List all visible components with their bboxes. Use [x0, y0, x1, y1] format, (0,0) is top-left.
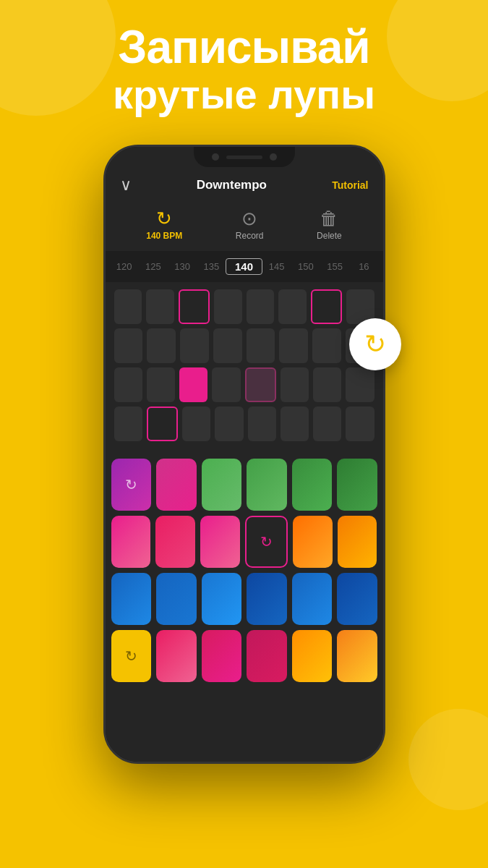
- pads-row-2: ↻: [111, 516, 377, 568]
- pad[interactable]: ↻: [111, 459, 152, 511]
- grid-cell[interactable]: [182, 407, 210, 441]
- grid-cell[interactable]: [346, 367, 374, 402]
- grid-cell-active[interactable]: [147, 407, 178, 441]
- bg-decoration-br: [408, 709, 488, 810]
- grid-cell[interactable]: [215, 407, 243, 441]
- chevron-down-icon[interactable]: ∨: [120, 176, 132, 195]
- grid-cell[interactable]: [279, 328, 308, 363]
- header-line1: Записывай: [0, 22, 488, 72]
- grid-cell[interactable]: [147, 328, 176, 363]
- grid-cell-filled[interactable]: [179, 367, 207, 402]
- bpm-tick-active: 140: [226, 258, 262, 275]
- loop-icon: ↻: [125, 647, 137, 665]
- delete-icon: 🗑: [320, 209, 338, 228]
- pad[interactable]: [292, 573, 333, 625]
- grid-row-4: [114, 407, 374, 441]
- pad[interactable]: [202, 630, 242, 682]
- grid-cell[interactable]: [281, 407, 309, 441]
- grid-cell[interactable]: [114, 407, 142, 441]
- app-header: ∨ Downtempo Tutorial: [106, 170, 383, 203]
- pad[interactable]: [293, 516, 333, 568]
- pad[interactable]: [200, 516, 240, 568]
- loop-badge[interactable]: ↻: [349, 318, 401, 370]
- bpm-tick: 120: [110, 261, 139, 272]
- grid-cell[interactable]: [114, 328, 143, 363]
- header-section: Записывай крутые лупы: [0, 22, 488, 117]
- controls-row: ↻ 140 BPM ⊙ Record 🗑 Delete: [106, 203, 383, 251]
- loop-icon: ↻: [260, 533, 273, 550]
- grid-cell-dark[interactable]: [245, 367, 276, 402]
- bpm-tick: 130: [168, 261, 197, 272]
- grid-cell-active[interactable]: [179, 289, 210, 324]
- grid-row-3: [114, 367, 374, 402]
- header-line2: крутые лупы: [0, 72, 488, 117]
- pad[interactable]: [247, 459, 287, 511]
- pad[interactable]: [202, 573, 242, 625]
- grid-cell[interactable]: [278, 289, 307, 324]
- pad[interactable]: [247, 630, 287, 682]
- grid-cell[interactable]: [114, 367, 142, 402]
- grid-cell[interactable]: [146, 289, 174, 324]
- record-label: Record: [236, 231, 264, 241]
- grid-cell[interactable]: [346, 407, 374, 441]
- bpm-icon: ↻: [156, 209, 172, 228]
- grid-cell[interactable]: [313, 407, 341, 441]
- delete-control[interactable]: 🗑 Delete: [317, 209, 342, 241]
- bpm-tick: 145: [262, 261, 291, 272]
- delete-label: Delete: [317, 231, 342, 241]
- bpm-label: 140 BPM: [146, 231, 182, 241]
- bpm-tick: 135: [197, 261, 226, 272]
- grid-cell[interactable]: [313, 367, 341, 402]
- bpm-control[interactable]: ↻ 140 BPM: [146, 209, 182, 241]
- pads-row-4: ↻: [111, 630, 377, 682]
- loop-badge-icon: ↻: [364, 329, 386, 359]
- grid-cell[interactable]: [281, 367, 309, 402]
- pads-row-3: [111, 573, 377, 625]
- pad[interactable]: [156, 630, 197, 682]
- notch-camera2: [270, 153, 277, 161]
- pad[interactable]: [247, 573, 287, 625]
- grid-cell[interactable]: [248, 407, 276, 441]
- bpm-tick: 16: [349, 261, 378, 272]
- record-icon: ⊙: [241, 209, 257, 228]
- grid-cell-active[interactable]: [311, 289, 342, 324]
- pad[interactable]: [338, 516, 377, 568]
- bpm-tick: 150: [291, 261, 320, 272]
- pad-loop-active[interactable]: ↻: [245, 516, 288, 568]
- grid-cell[interactable]: [213, 328, 242, 363]
- pad[interactable]: [111, 516, 151, 568]
- pad[interactable]: [337, 573, 377, 625]
- loop-icon: ↻: [125, 476, 137, 493]
- grid-cell[interactable]: [180, 328, 209, 363]
- phone-notch: [194, 147, 295, 167]
- grid-cell[interactable]: [247, 289, 275, 324]
- notch-speaker: [226, 156, 262, 159]
- bpm-tick: 125: [139, 261, 168, 272]
- bpm-slider[interactable]: 120 125 130 135 140 145 150 155 16: [106, 251, 383, 282]
- pad[interactable]: [292, 459, 333, 511]
- pad[interactable]: [202, 459, 242, 511]
- grid-row-2: [114, 328, 374, 363]
- record-control[interactable]: ⊙ Record: [236, 209, 264, 241]
- grid-cell[interactable]: [212, 367, 240, 402]
- pads-row-1: ↻: [111, 459, 377, 511]
- grid-cell[interactable]: [214, 289, 242, 324]
- sequencer-grid: [106, 282, 383, 453]
- grid-cell[interactable]: [247, 328, 275, 363]
- app-title: Downtempo: [197, 178, 267, 192]
- pad[interactable]: [337, 459, 377, 511]
- tutorial-button[interactable]: Tutorial: [332, 179, 368, 191]
- pad[interactable]: [156, 459, 197, 511]
- pad[interactable]: [156, 573, 197, 625]
- pad[interactable]: [292, 630, 333, 682]
- grid-cell[interactable]: [147, 367, 175, 402]
- pad[interactable]: [155, 516, 195, 568]
- grid-cell[interactable]: [312, 328, 341, 363]
- app-content: ∨ Downtempo Tutorial ↻ 140 BPM ⊙ Record …: [106, 147, 383, 762]
- pad-yellow-loop[interactable]: ↻: [111, 630, 152, 682]
- pad[interactable]: [111, 573, 152, 625]
- pads-area: ↻ ↻: [106, 453, 383, 696]
- pad[interactable]: [337, 630, 377, 682]
- grid-cell[interactable]: [114, 289, 142, 324]
- notch-camera: [212, 153, 219, 161]
